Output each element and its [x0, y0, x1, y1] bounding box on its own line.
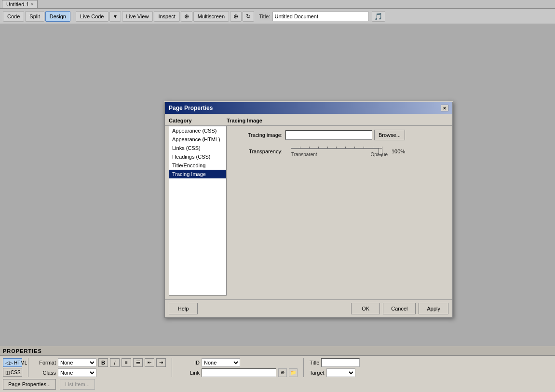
live-code-button[interactable]: Live Code [76, 11, 108, 22]
target-row: Target [310, 368, 360, 377]
tab-bar: Untitled-1 × [0, 0, 555, 9]
slider-tick [336, 147, 337, 149]
transparency-percent: 100% [392, 149, 405, 154]
split-button[interactable]: Split [25, 11, 44, 22]
category-appearance-html[interactable]: Appearance (HTML) [169, 135, 226, 144]
dialog-right-panel: Tracing image: Browse... Transparency: [230, 126, 452, 299]
title-input[interactable] [272, 12, 369, 21]
live-view-button[interactable]: Live View [122, 11, 153, 22]
format-row: Format None B I ≡ ☰ ⇤ ⇥ [34, 358, 166, 367]
file-manager-icon[interactable]: 🎵 [372, 11, 385, 22]
toolbar-separator-1 [73, 12, 73, 21]
category-headings-css[interactable]: Headings (CSS) [169, 152, 226, 161]
apply-button[interactable]: Apply [419, 303, 448, 314]
refresh-icon[interactable]: ⊕ [181, 11, 192, 22]
title-area: Title: [259, 12, 368, 21]
indent-more-button[interactable]: ⇥ [156, 358, 166, 367]
html-tab-label: HTML [14, 360, 27, 365]
html-tab-icon: ◁▷ [5, 360, 13, 365]
dialog-titlebar: Page Properties × [165, 102, 452, 114]
tracing-image-row: Tracing image: Browse... [234, 130, 448, 140]
category-list: Appearance (CSS) Appearance (HTML) Links… [169, 126, 227, 296]
unordered-list-button[interactable]: ≡ [122, 358, 131, 367]
link-label: Link [178, 370, 200, 376]
multiscreen-icon[interactable]: ⊕ [230, 11, 242, 22]
target-label: Target [310, 370, 325, 376]
slider-tick [318, 147, 319, 149]
id-select[interactable]: None [202, 358, 240, 367]
tracing-image-input[interactable] [285, 130, 372, 140]
main-canvas: Page Properties × Category Tracing Image… [0, 24, 555, 334]
slider-tick [373, 147, 373, 149]
list-item-button[interactable]: List Item... [60, 379, 95, 390]
properties-panel: PROPERTIES ◁▷ HTML ◫ CSS Format [0, 346, 555, 392]
id-label: ID [178, 360, 200, 365]
category-title-encoding[interactable]: Title/Encoding [169, 161, 226, 170]
slider-tick [345, 147, 346, 149]
css-tab-label: CSS [11, 370, 21, 375]
title-prop-label: Title [310, 360, 319, 365]
format-label: Format [34, 360, 56, 365]
transparency-slider-container: Transparent Opaque [288, 145, 388, 157]
target-select[interactable] [326, 368, 355, 377]
transparency-slider[interactable] [288, 145, 385, 152]
tab-label: Untitled-1 [6, 1, 29, 7]
class-select[interactable]: None [58, 368, 96, 377]
inspect-button[interactable]: Inspect [154, 11, 179, 22]
format-class-group: Format None B I ≡ ☰ ⇤ ⇥ Class None [34, 358, 166, 377]
dialog-body: Appearance (CSS) Appearance (HTML) Links… [165, 126, 452, 299]
html-tab-button[interactable]: ◁▷ HTML [3, 358, 22, 367]
ordered-list-button[interactable]: ☰ [133, 358, 143, 367]
title-prop-input[interactable] [321, 358, 360, 367]
format-select[interactable]: None [58, 358, 96, 367]
tab-close-icon[interactable]: × [31, 2, 33, 7]
design-button[interactable]: Design [45, 11, 70, 22]
dialog-footer-right: OK Cancel Apply [351, 303, 448, 314]
id-link-group: ID None Link ⊕ 📁 [178, 358, 298, 377]
cancel-button[interactable]: Cancel [383, 303, 416, 314]
transparency-label: Transparency: [234, 149, 283, 154]
browse-button[interactable]: Browse... [374, 130, 405, 140]
properties-body: ◁▷ HTML ◫ CSS Format None B I [0, 356, 555, 392]
slider-tick [309, 147, 310, 149]
italic-button[interactable]: I [110, 358, 120, 367]
css-tab-button[interactable]: ◫ CSS [3, 368, 22, 377]
category-tracing-image[interactable]: Tracing Image [169, 170, 226, 178]
dialog-header: Category Tracing Image [165, 114, 452, 126]
transparency-row: Transparency: [234, 145, 448, 157]
transparent-label: Transparent [291, 152, 317, 157]
live-code-arrow-icon[interactable]: ▾ [109, 11, 121, 22]
dialog-close-button[interactable]: × [441, 105, 448, 111]
refresh-page-icon[interactable]: ↻ [243, 11, 254, 22]
title-target-group: Title Target [310, 358, 360, 377]
title-row: Title [310, 358, 360, 367]
slider-tick [291, 147, 291, 149]
properties-row-1: ◁▷ HTML ◫ CSS Format None B I [3, 358, 552, 377]
css-tab-icon: ◫ [5, 370, 10, 375]
slider-labels: Transparent Opaque [291, 152, 388, 157]
slider-tick [300, 147, 300, 149]
ok-button[interactable]: OK [351, 303, 380, 314]
bold-button[interactable]: B [98, 358, 108, 367]
slider-thumb[interactable] [379, 148, 382, 155]
main-toolbar: Code Split Design Live Code ▾ Live View … [0, 9, 555, 24]
tracing-image-label: Tracing image: [234, 132, 283, 138]
category-links-css[interactable]: Links (CSS) [169, 144, 226, 152]
html-css-tabs: ◁▷ HTML ◫ CSS [3, 358, 22, 377]
link-folder-icon[interactable]: 📁 [289, 368, 298, 377]
props-separator-2 [172, 358, 172, 377]
properties-header: PROPERTIES [0, 346, 555, 356]
class-row: Class None [34, 368, 166, 377]
slider-tick [364, 147, 364, 149]
multiscreen-button[interactable]: Multiscreen [193, 11, 229, 22]
category-appearance-css[interactable]: Appearance (CSS) [169, 126, 226, 135]
page-properties-button[interactable]: Page Properties... [3, 379, 56, 390]
slider-tick [354, 147, 355, 149]
indent-less-button[interactable]: ⇤ [145, 358, 154, 367]
link-browser-icon[interactable]: ⊕ [278, 368, 287, 377]
help-button[interactable]: Help [169, 303, 198, 314]
document-tab[interactable]: Untitled-1 × [2, 0, 38, 8]
code-button[interactable]: Code [3, 11, 24, 22]
dialog-footer: Help OK Cancel Apply [165, 299, 452, 317]
link-input[interactable] [202, 368, 276, 377]
